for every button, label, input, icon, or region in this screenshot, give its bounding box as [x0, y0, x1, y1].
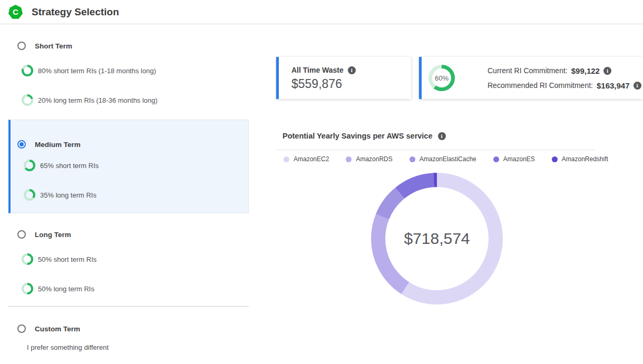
ri-split-ring-icon — [22, 94, 33, 106]
strategy-option-label: Custom Term — [35, 325, 80, 333]
chart-divider — [276, 150, 595, 150]
strategy-option-label: Short Term — [35, 42, 72, 50]
strategy-sidebar: Short Term 80% short term RIs (1-18 mont… — [8, 24, 249, 364]
legend-item[interactable]: AmazonRDS — [346, 155, 392, 163]
info-icon[interactable]: i — [634, 82, 641, 90]
ri-split-ring-icon — [22, 65, 33, 76]
sub-option-label: 80% short term RIs (1-18 months long) — [38, 67, 156, 75]
ri-split-ring-icon — [22, 253, 33, 265]
savings-donut-chart: $718,574 — [371, 173, 503, 304]
strategy-option-custom-term[interactable]: Custom Term — [8, 324, 80, 333]
strategy-sub-option: 80% short term RIs (1-18 months long) — [8, 65, 156, 76]
radio-long-term[interactable] — [17, 230, 26, 239]
strategy-sub-option: 20% long term RIs (18-36 months long) — [8, 94, 158, 106]
page-title: Strategy Selection — [32, 6, 119, 18]
custom-term-description: I prefer something different — [27, 343, 109, 351]
sub-option-label: 50% long term RIs — [38, 285, 94, 293]
commitment-gauge-label: 60% — [428, 65, 455, 91]
sub-option-label: 50% short term RIs — [38, 255, 96, 263]
legend-item[interactable]: AmazonRedshift — [552, 155, 608, 163]
savings-chart-legend: AmazonEC2 AmazonRDS AmazonElastiCache Am… — [284, 155, 608, 163]
recommended-ri-commitment-value: $163,947 — [597, 81, 630, 90]
info-icon[interactable]: i — [348, 66, 356, 74]
ri-split-ring-icon — [24, 189, 35, 201]
sub-option-label: 65% short term RIs — [40, 162, 99, 170]
savings-chart-title: Potential Yearly Savings per AWS service — [282, 132, 433, 140]
ri-split-ring-icon — [22, 283, 33, 294]
ri-split-ring-icon — [24, 160, 35, 171]
strategy-sub-option: 50% short term RIs — [8, 253, 96, 265]
strategy-option-long-term[interactable]: Long Term — [8, 230, 71, 239]
waste-card-value: $559,876 — [291, 77, 411, 91]
current-ri-commitment-label: Current RI Commitment: — [488, 66, 568, 75]
strategy-option-medium-term[interactable]: Medium Term — [11, 140, 81, 149]
legend-item[interactable]: AmazonEC2 — [284, 155, 329, 163]
savings-total-value: $718,574 — [371, 173, 503, 304]
strategy-sub-option: 65% short term RIs — [11, 160, 99, 171]
legend-item[interactable]: AmazonES — [493, 155, 535, 163]
app-header: C Strategy Selection — [0, 0, 643, 24]
strategy-sub-option: 50% long term RIs — [8, 283, 94, 294]
current-ri-commitment-value: $99,122 — [571, 66, 600, 75]
legend-item[interactable]: AmazonElastiCache — [410, 155, 476, 163]
sub-option-label: 35% long term RIs — [40, 191, 96, 199]
app-logo-icon: C — [8, 5, 23, 19]
legend-dot-icon — [410, 156, 415, 162]
all-time-waste-card: All Time Waste i $559,876 — [276, 57, 411, 99]
commitment-gauge: 60% — [428, 65, 455, 91]
ri-commitment-card: 60% Current RI Commitment: $99,122 i Rec… — [419, 57, 643, 99]
radio-medium-term[interactable] — [17, 140, 26, 149]
main-content: All Time Waste i $559,876 60% Current RI… — [276, 24, 643, 364]
current-ri-commitment-row: Current RI Commitment: $99,122 i — [488, 66, 641, 75]
radio-short-term[interactable] — [17, 42, 26, 50]
info-icon[interactable]: i — [603, 67, 611, 75]
info-icon[interactable]: i — [438, 132, 446, 140]
strategy-sub-option: 35% long term RIs — [11, 189, 96, 201]
strategy-option-short-term[interactable]: Short Term — [8, 42, 72, 50]
legend-dot-icon — [284, 156, 289, 162]
sidebar-divider — [8, 306, 249, 307]
legend-dot-icon — [493, 156, 499, 162]
strategy-option-medium-term-selected[interactable]: Medium Term 65% short term RIs 35% long … — [8, 120, 249, 213]
strategy-option-label: Medium Term — [35, 141, 81, 149]
sub-option-label: 20% long term RIs (18-36 months long) — [38, 96, 158, 104]
strategy-option-label: Long Term — [35, 231, 71, 239]
legend-dot-icon — [346, 156, 352, 162]
radio-custom-term[interactable] — [17, 324, 26, 333]
recommended-ri-commitment-label: Recommended RI Commitment: — [488, 81, 593, 90]
recommended-ri-commitment-row: Recommended RI Commitment: $163,947 i — [488, 81, 641, 90]
legend-dot-icon — [552, 156, 558, 162]
waste-card-label: All Time Waste — [291, 66, 344, 74]
